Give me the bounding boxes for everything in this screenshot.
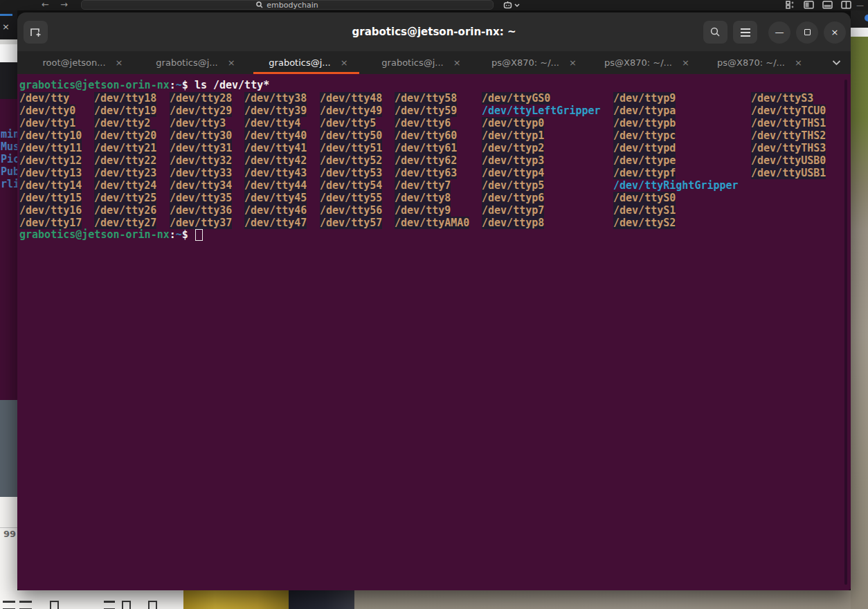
terminal-prompt-line: grabotics@jetson-orin-nx:~$ — [19, 228, 203, 241]
tab-label: ps@X870: ~/... — [604, 57, 672, 68]
workspace-grid-icon[interactable] — [786, 1, 795, 9]
terminal-tab-5[interactable]: ps@X870: ~/...× — [478, 51, 590, 74]
ls-device-entry: /dev/tty2 — [94, 117, 150, 129]
terminal-command-line: grabotics@jetson-orin-nx:~$ ls /dev/tty* — [19, 79, 269, 91]
tile-bottom-layout-icon[interactable] — [822, 1, 833, 9]
ls-device-entry: /dev/tty4 — [244, 117, 300, 129]
ls-device-entry: /dev/tty24 — [94, 179, 156, 192]
ls-device-entry: /dev/tty1 — [19, 117, 75, 129]
tile-columns-layout-icon[interactable] — [841, 1, 851, 9]
tab-label: root@jetson... — [42, 57, 105, 68]
ls-device-entry: /dev/tty18 — [94, 92, 156, 104]
desktop: ← → embodychain — [0, 0, 868, 609]
typed-command — [188, 79, 195, 91]
prompt-colon: : — [170, 79, 176, 91]
bg-directory-fragment: Mus — [1, 140, 17, 153]
search-icon — [256, 1, 263, 8]
ls-device-entry: /dev/tty11 — [19, 142, 82, 154]
forward-arrow-icon[interactable]: → — [60, 0, 68, 10]
ls-column-8: /dev/ttyp9/dev/ttypa/dev/ttypb/dev/ttypc… — [613, 92, 739, 229]
search-button[interactable] — [703, 21, 727, 44]
terminal-tab-1[interactable]: root@jetson...× — [26, 51, 139, 74]
close-button[interactable]: × — [824, 21, 846, 44]
terminal-scrollbar[interactable] — [844, 80, 847, 585]
ls-device-entry: /dev/tty35 — [170, 192, 232, 204]
ls-device-entry: /dev/tty50 — [320, 129, 382, 142]
bg-directory-fragment: rli — [1, 178, 17, 190]
bg-left-toolbar — [0, 39, 17, 44]
ls-device-entry: /dev/tty16 — [19, 204, 82, 217]
robot-arm-photo-fragment — [183, 590, 289, 609]
ls-device-entry: /dev/tty20 — [94, 129, 156, 142]
tab-list-chevron-button[interactable] — [832, 51, 841, 74]
ls-device-entry: /dev/tty15 — [19, 192, 82, 204]
ls-device-entry: /dev/ttyTHS2 — [751, 129, 826, 142]
ls-device-entry: /dev/tty32 — [170, 154, 232, 167]
ls-device-entry: /dev/ttyp5 — [482, 179, 544, 192]
ls-device-entry: /dev/tty59 — [395, 104, 457, 117]
ls-device-entry: /dev/tty62 — [395, 154, 457, 167]
ls-device-entry: /dev/tty57 — [320, 217, 382, 229]
ls-column-3: /dev/tty28/dev/tty29/dev/tty3/dev/tty30/… — [170, 92, 232, 229]
tab-close-icon[interactable]: × — [682, 57, 689, 68]
ls-device-entry: /dev/tty0 — [19, 104, 75, 117]
tab-close-icon[interactable]: × — [341, 57, 348, 68]
ls-device-entry: /dev/tty56 — [320, 204, 382, 217]
bg-right-notification-dot — [865, 15, 868, 21]
bg-directory-fragment: Pub — [1, 165, 17, 178]
ls-device-entry: /dev/tty5 — [320, 117, 376, 129]
ls-device-entry: /dev/tty33 — [170, 167, 232, 179]
address-search-bar[interactable]: embodychain — [81, 0, 494, 10]
maximize-button[interactable] — [796, 21, 818, 44]
tab-close-icon[interactable]: × — [453, 57, 461, 68]
terminal-tab-4[interactable]: grabotics@j...× — [365, 51, 478, 74]
ls-device-entry: /dev/tty60 — [395, 129, 457, 142]
ls-device-entry: /dev/ttyTHS3 — [751, 142, 826, 154]
ls-device-entry: /dev/tty36 — [170, 204, 232, 217]
bg-right-white-strip — [851, 28, 868, 37]
minimize-button[interactable]: — — [768, 21, 790, 44]
tab-close-icon[interactable]: × — [228, 57, 235, 68]
tab-label: grabotics@j... — [381, 57, 443, 68]
tab-close-icon[interactable]: × — [795, 57, 802, 68]
ls-device-entry: /dev/ttyp4 — [482, 167, 544, 179]
terminal-headerbar: grabotics@jetson-orin-nx: ~ — × — [17, 12, 851, 51]
partial-glyph — [50, 601, 59, 609]
ls-column-6: /dev/tty58/dev/tty59/dev/tty6/dev/tty60/… — [395, 92, 469, 229]
terminal-tab-7[interactable]: ps@X870: ~/...× — [703, 51, 816, 74]
ls-column-5: /dev/tty48/dev/tty49/dev/tty5/dev/tty50/… — [320, 92, 382, 229]
back-arrow-icon[interactable]: ← — [42, 0, 49, 10]
ls-device-entry: /dev/tty22 — [94, 154, 156, 167]
ls-device-entry: /dev/ttyS3 — [751, 92, 813, 104]
ls-device-entry: /dev/tty17 — [19, 217, 82, 229]
partial-glyph — [3, 601, 15, 609]
ls-device-entry: /dev/tty19 — [94, 104, 156, 117]
tile-left-layout-icon[interactable] — [804, 1, 814, 9]
ls-device-entry: /dev/ttyp2 — [482, 142, 544, 154]
ls-device-entry: /dev/tty3 — [170, 117, 226, 129]
ls-device-entry: /dev/tty55 — [320, 192, 382, 204]
ls-device-entry: /dev/ttypf — [613, 167, 676, 179]
tab-close-icon[interactable]: × — [569, 57, 577, 68]
ls-device-entry: /dev/ttyUSB1 — [751, 167, 826, 179]
terminal-body[interactable]: grabotics@jetson-orin-nx:~$ ls /dev/tty*… — [17, 74, 851, 590]
ls-device-entry: /dev/tty29 — [170, 104, 232, 117]
ls-device-entry: /dev/ttyp8 — [482, 217, 544, 229]
ls-device-entry: /dev/tty12 — [19, 154, 82, 167]
ls-symlink-entry: /dev/ttyRightGripper — [613, 179, 739, 192]
assistant-menu[interactable] — [503, 1, 520, 9]
bg-left-dark-block — [0, 62, 17, 99]
ls-device-entry: /dev/tty — [19, 92, 69, 104]
terminal-tab-6[interactable]: ps@X870: ~/...× — [590, 51, 703, 74]
menu-button[interactable] — [733, 21, 757, 44]
background-window-bottom — [0, 590, 851, 609]
ls-device-entry: /dev/tty49 — [320, 104, 382, 117]
ls-device-entry: /dev/ttyp9 — [613, 92, 676, 104]
terminal-tab-2[interactable]: grabotics@j...× — [139, 51, 252, 74]
ls-device-entry: /dev/ttyTHS1 — [751, 117, 826, 129]
bg-left-close-icon[interactable]: × — [2, 21, 10, 32]
prompt-path: ~ — [176, 79, 182, 91]
ls-device-entry: /dev/ttypb — [613, 117, 676, 129]
terminal-tab-3[interactable]: grabotics@j...× — [252, 51, 365, 74]
tab-close-icon[interactable]: × — [116, 57, 123, 68]
